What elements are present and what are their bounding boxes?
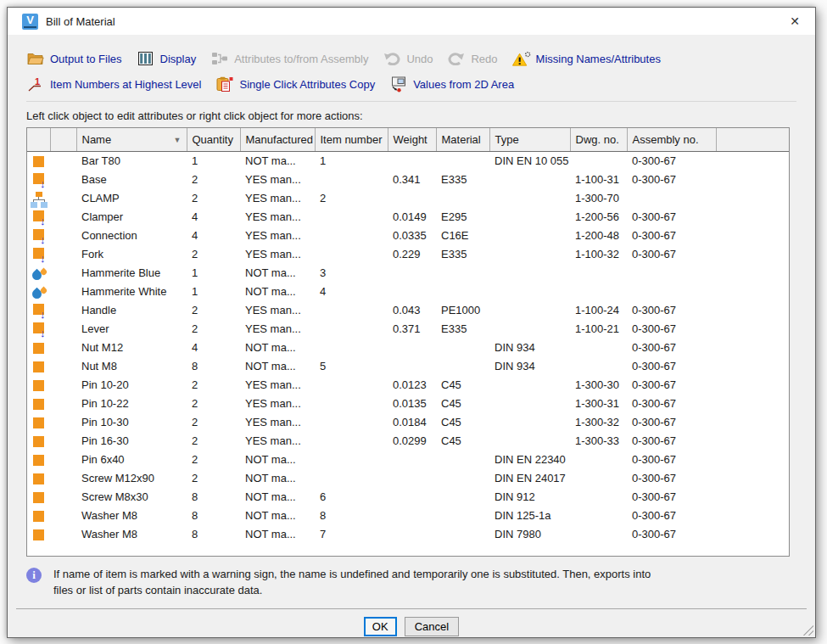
cell-name: Connection: [76, 227, 187, 245]
cell-assembly-no: 0-300-67: [627, 208, 716, 227]
close-icon[interactable]: ✕: [781, 9, 808, 33]
table-row[interactable]: Washer M8 8 NOT ma... 8 DIN 125-1a 0-300…: [27, 507, 789, 525]
cell-item-number: [315, 395, 388, 413]
display-button[interactable]: Display: [137, 50, 197, 67]
header-icon-col[interactable]: [27, 128, 50, 152]
titlebar[interactable]: Bill of Material ✕: [8, 8, 815, 35]
info-icon: [26, 568, 42, 583]
cell-item-number: [315, 451, 388, 469]
table-row[interactable]: Pin 10-30 2 YES man... 0.0184 C45 1-300-…: [27, 413, 789, 432]
cell-weight: 0.229: [388, 245, 436, 264]
header-material[interactable]: Material: [436, 128, 489, 152]
bom-table: Name ▼ Quantity Manufactured Item number…: [26, 127, 790, 557]
cell-name: CLAMP: [76, 189, 187, 208]
cell-material: E335: [436, 171, 489, 189]
cell-quantity: 2: [187, 189, 240, 208]
table-row[interactable]: Hammerite Blue 1 NOT ma... 3: [27, 264, 789, 283]
table-row[interactable]: Bar T80 1 NOT ma... 1 DIN EN 10 055 0-30…: [27, 152, 789, 171]
table-row[interactable]: Washer M8 8 NOT ma... 7 DIN 7980 0-300-6…: [27, 525, 789, 544]
item-numbers-highest-level-button[interactable]: 1 Item Numbers at Highest Level: [26, 76, 201, 92]
header-icon-col-2[interactable]: [50, 128, 76, 152]
cell-spare: [50, 507, 76, 525]
cell-weight: 0.0135: [388, 395, 436, 413]
cell-quantity: 2: [187, 320, 240, 339]
header-trailing: [716, 128, 789, 152]
cell-manufactured: NOT ma...: [240, 339, 315, 357]
cell-weight: 0.0149: [388, 208, 436, 227]
cell-trailing: [716, 525, 789, 544]
cell-material: E335: [436, 245, 489, 264]
single-click-attributes-copy-button[interactable]: Single Click Attributes Copy: [215, 76, 375, 92]
header-dwg-no[interactable]: Dwg. no.: [570, 128, 627, 152]
cell-type: DIN 125-1a: [489, 507, 570, 525]
table-columns-icon: [137, 50, 155, 67]
missing-names-attributes-button[interactable]: Missing Names/Attributes: [512, 50, 661, 67]
values-from-2d-area-button[interactable]: Values from 2D Area: [389, 76, 514, 92]
cell-quantity: 2: [187, 451, 240, 469]
table-row[interactable]: Connection 4 YES man... 0.0335 C16E 1-20…: [27, 227, 789, 245]
table-row[interactable]: Hammerite White 1 NOT ma... 4: [27, 283, 789, 301]
undo-button: Undo: [383, 50, 433, 67]
cell-type: [489, 320, 570, 339]
table-row[interactable]: Handle 2 YES man... 0.043 PE1000 1-100-2…: [27, 301, 789, 320]
cell-type: DIN 934: [489, 339, 570, 357]
cell-quantity: 8: [187, 357, 240, 376]
cell-dwg-no: 1-300-32: [570, 413, 627, 432]
cell-manufactured: YES man...: [240, 189, 315, 208]
cell-name: Washer M8: [76, 507, 187, 525]
cell-quantity: 2: [187, 376, 240, 395]
cell-assembly-no: 0-300-67: [627, 432, 716, 451]
table-row[interactable]: Base 2 YES man... 0.341 E335 1-100-31 0-…: [27, 171, 789, 189]
table-row[interactable]: CLAMP 2 YES man... 2 1-300-70: [27, 189, 789, 208]
info-note: If name of item is marked with a warning…: [26, 566, 796, 598]
table-row[interactable]: Pin 16-30 2 YES man... 0.0299 C45 1-300-…: [27, 432, 789, 451]
table-row[interactable]: Lever 2 YES man... 0.371 E335 1-100-21 0…: [27, 320, 789, 339]
cell-dwg-no: [570, 451, 627, 469]
table-row[interactable]: Screw M12x90 2 NOT ma... DIN EN 24017 0-…: [27, 469, 789, 488]
item-number-leader-icon: 1: [26, 76, 45, 92]
table-row[interactable]: Nut M8 8 NOT ma... 5 DIN 934 0-300-67: [27, 357, 789, 376]
cell-spare: [50, 227, 76, 245]
cell-spare: [50, 171, 76, 189]
cell-type: DIN 912: [489, 488, 570, 507]
cell-trailing: [716, 395, 789, 413]
redo-button: Redo: [447, 50, 497, 67]
cancel-button[interactable]: Cancel: [405, 617, 459, 636]
header-weight[interactable]: Weight: [388, 128, 436, 152]
ok-button[interactable]: OK: [364, 617, 397, 636]
cell-trailing: [716, 432, 789, 451]
output-to-files-button[interactable]: Output to Files: [26, 50, 122, 67]
toolbar-label: Undo: [406, 53, 433, 65]
sort-descending-icon[interactable]: ▼: [174, 136, 182, 144]
table-row[interactable]: Fork 2 YES man... 0.229 E335 1-100-32 0-…: [27, 245, 789, 264]
table-row[interactable]: Clamper 4 YES man... 0.0149 E295 1-200-5…: [27, 208, 789, 227]
toolbar-label: Output to Files: [50, 53, 122, 65]
header-assembly-no[interactable]: Assembly no.: [627, 128, 716, 152]
header-quantity[interactable]: Quantity: [187, 128, 240, 152]
table-row[interactable]: Nut M12 4 NOT ma... DIN 934 0-300-67: [27, 339, 789, 357]
cell-dwg-no: 1-300-30: [570, 376, 627, 395]
header-manufactured[interactable]: Manufactured: [240, 128, 315, 152]
cell-weight: [388, 357, 436, 376]
cell-material: E295: [436, 208, 489, 227]
cell-assembly-no: 0-300-67: [627, 357, 716, 376]
table-row[interactable]: Pin 10-22 2 YES man... 0.0135 C45 1-300-…: [27, 395, 789, 413]
cell-name: Fork: [76, 245, 187, 264]
cell-material: [436, 507, 489, 525]
cell-quantity: 2: [187, 395, 240, 413]
cell-name: Screw M12x90: [76, 469, 187, 488]
cell-manufactured: NOT ma...: [240, 488, 315, 507]
table-row[interactable]: Pin 10-20 2 YES man... 0.0123 C45 1-300-…: [27, 376, 789, 395]
part-arrow-icon: [30, 247, 48, 264]
cell-trailing: [716, 488, 789, 507]
cell-spare: [50, 376, 76, 395]
cell-material: [436, 283, 489, 301]
header-name[interactable]: Name ▼: [76, 128, 187, 152]
table-row[interactable]: Screw M8x30 8 NOT ma... 6 DIN 912 0-300-…: [27, 488, 789, 507]
part-arrow-icon: [30, 210, 48, 227]
table-row[interactable]: Pin 6x40 2 NOT ma... DIN EN 22340 0-300-…: [27, 451, 789, 469]
header-type[interactable]: Type: [489, 128, 570, 152]
part-icon: [30, 415, 48, 432]
header-item-number[interactable]: Item number: [315, 128, 388, 152]
bom-table-body: Bar T80 1 NOT ma... 1 DIN EN 10 055 0-30…: [27, 152, 789, 545]
